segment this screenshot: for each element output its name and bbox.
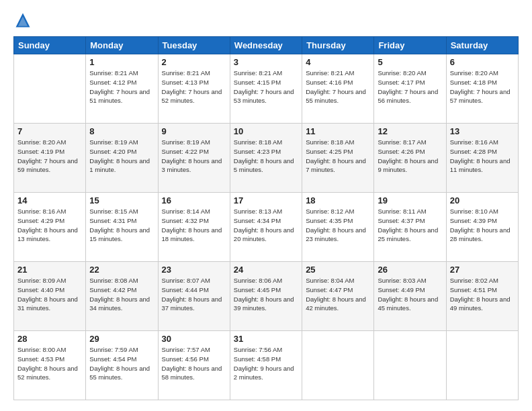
day-info: Sunrise: 8:15 AMSunset: 4:31 PMDaylight:… (89, 207, 154, 244)
day-info: Sunrise: 8:12 AMSunset: 4:35 PMDaylight:… (306, 207, 370, 244)
day-number: 31 (234, 334, 298, 344)
day-info: Sunrise: 8:06 AMSunset: 4:45 PMDaylight:… (234, 276, 298, 313)
day-info: Sunrise: 8:10 AMSunset: 4:39 PMDaylight:… (450, 207, 515, 244)
calendar-day-cell: 3Sunrise: 8:21 AMSunset: 4:15 PMDaylight… (230, 54, 302, 124)
day-number: 23 (162, 265, 226, 275)
day-info: Sunrise: 8:21 AMSunset: 4:13 PMDaylight:… (162, 68, 226, 105)
day-info: Sunrise: 8:17 AMSunset: 4:26 PMDaylight:… (378, 138, 442, 175)
day-number: 30 (162, 334, 226, 344)
day-info: Sunrise: 8:21 AMSunset: 4:12 PMDaylight:… (89, 68, 154, 105)
day-of-week-header: Tuesday (158, 37, 230, 54)
day-info: Sunrise: 8:07 AMSunset: 4:44 PMDaylight:… (162, 276, 226, 313)
calendar-day-cell: 12Sunrise: 8:17 AMSunset: 4:26 PMDayligh… (374, 124, 446, 193)
day-info: Sunrise: 8:19 AMSunset: 4:22 PMDaylight:… (162, 138, 226, 175)
calendar-day-cell: 5Sunrise: 8:20 AMSunset: 4:17 PMDaylight… (374, 54, 446, 124)
day-number: 26 (378, 265, 442, 275)
day-info: Sunrise: 8:20 AMSunset: 4:18 PMDaylight:… (450, 68, 515, 105)
day-number: 24 (234, 265, 298, 275)
calendar-day-cell: 13Sunrise: 8:16 AMSunset: 4:28 PMDayligh… (446, 124, 518, 193)
calendar-day-cell: 17Sunrise: 8:13 AMSunset: 4:34 PMDayligh… (230, 193, 302, 262)
day-number: 15 (89, 195, 154, 205)
calendar-week-row: 7Sunrise: 8:20 AMSunset: 4:19 PMDaylight… (14, 124, 519, 193)
day-info: Sunrise: 8:13 AMSunset: 4:34 PMDaylight:… (234, 207, 298, 244)
calendar-week-row: 1Sunrise: 8:21 AMSunset: 4:12 PMDaylight… (14, 54, 519, 124)
day-info: Sunrise: 8:00 AMSunset: 4:53 PMDaylight:… (17, 345, 82, 382)
calendar-day-cell: 20Sunrise: 8:10 AMSunset: 4:39 PMDayligh… (446, 193, 518, 262)
day-number: 27 (450, 265, 515, 275)
day-number: 4 (306, 57, 370, 67)
day-of-week-header: Saturday (446, 37, 518, 54)
calendar-table: SundayMondayTuesdayWednesdayThursdayFrid… (13, 36, 519, 400)
day-info: Sunrise: 8:19 AMSunset: 4:20 PMDaylight:… (89, 138, 154, 175)
calendar-day-cell (14, 54, 86, 124)
calendar-day-cell: 1Sunrise: 8:21 AMSunset: 4:12 PMDaylight… (86, 54, 158, 124)
calendar-day-cell: 22Sunrise: 8:08 AMSunset: 4:42 PMDayligh… (86, 262, 158, 331)
calendar-day-cell: 16Sunrise: 8:14 AMSunset: 4:32 PMDayligh… (158, 193, 230, 262)
calendar-day-cell: 19Sunrise: 8:11 AMSunset: 4:37 PMDayligh… (374, 193, 446, 262)
day-number: 1 (89, 57, 154, 67)
day-info: Sunrise: 7:57 AMSunset: 4:56 PMDaylight:… (162, 345, 226, 382)
calendar-day-cell: 21Sunrise: 8:09 AMSunset: 4:40 PMDayligh… (14, 262, 86, 331)
day-number: 28 (17, 334, 82, 344)
calendar-day-cell: 28Sunrise: 8:00 AMSunset: 4:53 PMDayligh… (14, 331, 86, 400)
day-info: Sunrise: 8:04 AMSunset: 4:47 PMDaylight:… (306, 276, 370, 313)
day-of-week-header: Wednesday (230, 37, 302, 54)
calendar-day-cell: 27Sunrise: 8:02 AMSunset: 4:51 PMDayligh… (446, 262, 518, 331)
day-number: 19 (378, 195, 442, 205)
calendar-day-cell: 25Sunrise: 8:04 AMSunset: 4:47 PMDayligh… (302, 262, 374, 331)
calendar-day-cell: 2Sunrise: 8:21 AMSunset: 4:13 PMDaylight… (158, 54, 230, 124)
day-info: Sunrise: 8:16 AMSunset: 4:28 PMDaylight:… (450, 138, 515, 175)
day-number: 17 (234, 195, 298, 205)
day-info: Sunrise: 8:02 AMSunset: 4:51 PMDaylight:… (450, 276, 515, 313)
day-info: Sunrise: 8:21 AMSunset: 4:15 PMDaylight:… (234, 68, 298, 105)
day-info: Sunrise: 8:16 AMSunset: 4:29 PMDaylight:… (17, 207, 82, 244)
calendar-day-cell (374, 331, 446, 400)
page: SundayMondayTuesdayWednesdayThursdayFrid… (0, 0, 532, 411)
logo (13, 11, 35, 30)
day-number: 9 (162, 126, 226, 136)
day-number: 6 (450, 57, 515, 67)
day-info: Sunrise: 8:18 AMSunset: 4:23 PMDaylight:… (234, 138, 298, 175)
day-of-week-header: Sunday (14, 37, 86, 54)
calendar-day-cell: 6Sunrise: 8:20 AMSunset: 4:18 PMDaylight… (446, 54, 518, 124)
calendar-day-cell: 14Sunrise: 8:16 AMSunset: 4:29 PMDayligh… (14, 193, 86, 262)
calendar-day-cell: 9Sunrise: 8:19 AMSunset: 4:22 PMDaylight… (158, 124, 230, 193)
calendar-day-cell: 23Sunrise: 8:07 AMSunset: 4:44 PMDayligh… (158, 262, 230, 331)
day-number: 29 (89, 334, 154, 344)
day-number: 13 (450, 126, 515, 136)
day-number: 20 (450, 195, 515, 205)
day-info: Sunrise: 8:03 AMSunset: 4:49 PMDaylight:… (378, 276, 442, 313)
day-number: 14 (17, 195, 82, 205)
calendar-day-cell: 30Sunrise: 7:57 AMSunset: 4:56 PMDayligh… (158, 331, 230, 400)
day-info: Sunrise: 8:08 AMSunset: 4:42 PMDaylight:… (89, 276, 154, 313)
calendar-day-cell: 24Sunrise: 8:06 AMSunset: 4:45 PMDayligh… (230, 262, 302, 331)
day-number: 2 (162, 57, 226, 67)
day-info: Sunrise: 8:20 AMSunset: 4:17 PMDaylight:… (378, 68, 442, 105)
calendar-day-cell (302, 331, 374, 400)
calendar-day-cell: 4Sunrise: 8:21 AMSunset: 4:16 PMDaylight… (302, 54, 374, 124)
day-info: Sunrise: 8:20 AMSunset: 4:19 PMDaylight:… (17, 138, 82, 175)
calendar-day-cell: 15Sunrise: 8:15 AMSunset: 4:31 PMDayligh… (86, 193, 158, 262)
day-number: 3 (234, 57, 298, 67)
day-number: 5 (378, 57, 442, 67)
calendar-header-row: SundayMondayTuesdayWednesdayThursdayFrid… (14, 37, 519, 54)
day-of-week-header: Thursday (302, 37, 374, 54)
day-number: 8 (89, 126, 154, 136)
day-number: 22 (89, 265, 154, 275)
day-of-week-header: Friday (374, 37, 446, 54)
day-info: Sunrise: 8:18 AMSunset: 4:25 PMDaylight:… (306, 138, 370, 175)
calendar-week-row: 28Sunrise: 8:00 AMSunset: 4:53 PMDayligh… (14, 331, 519, 400)
calendar-week-row: 14Sunrise: 8:16 AMSunset: 4:29 PMDayligh… (14, 193, 519, 262)
calendar-day-cell: 31Sunrise: 7:56 AMSunset: 4:58 PMDayligh… (230, 331, 302, 400)
day-number: 25 (306, 265, 370, 275)
calendar-week-row: 21Sunrise: 8:09 AMSunset: 4:40 PMDayligh… (14, 262, 519, 331)
day-info: Sunrise: 7:59 AMSunset: 4:54 PMDaylight:… (89, 345, 154, 382)
calendar-day-cell: 7Sunrise: 8:20 AMSunset: 4:19 PMDaylight… (14, 124, 86, 193)
calendar-day-cell: 11Sunrise: 8:18 AMSunset: 4:25 PMDayligh… (302, 124, 374, 193)
day-number: 10 (234, 126, 298, 136)
day-number: 12 (378, 126, 442, 136)
calendar-day-cell: 29Sunrise: 7:59 AMSunset: 4:54 PMDayligh… (86, 331, 158, 400)
day-info: Sunrise: 8:21 AMSunset: 4:16 PMDaylight:… (306, 68, 370, 105)
day-number: 7 (17, 126, 82, 136)
calendar-day-cell (446, 331, 518, 400)
